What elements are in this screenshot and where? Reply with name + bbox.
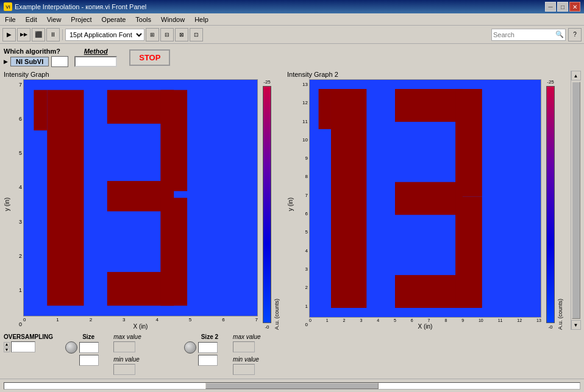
oversamp-up[interactable]: ▲ [4,342,10,347]
oversampling-group: OVERSAMPLING ▲ ▼ 2 [4,333,53,352]
svg-rect-12 [455,89,482,197]
size2-knob1[interactable] [184,341,196,354]
bottom-row: OVERSAMPLING ▲ ▼ 2 Size 7 7 max va [4,332,580,376]
svg-rect-5 [160,90,187,191]
ni-subvi-value[interactable]: 0 [51,56,68,67]
oversampling-value[interactable]: 2 [11,341,35,352]
graph2-title: Intensity Graph 2 [287,71,564,78]
graph1-plot [24,80,257,316]
graph2-xlabel: X (in) [309,323,541,330]
app-icon: VI [4,2,12,11]
scroll-thumb[interactable] [572,82,580,319]
graph2-colorbar: -25 -0 A.u. (counts) [543,79,564,330]
size-value2[interactable]: 7 [79,355,99,366]
max-value-label: max value [113,333,141,340]
reorder-button[interactable]: ⊡ [190,28,203,41]
size-knob1[interactable] [65,341,77,354]
which-algorithm-label: Which algorithm? [4,48,68,55]
menu-project[interactable]: Project [68,15,94,24]
graph1-xticks: 0 1 2 3 4 5 6 7 [23,316,258,323]
toolbar: ▶ ▶▶ ⬛ ⏸ 15pt Application Font ⊞ ⊟ ⊠ ⊡ 🔍… [0,26,584,44]
graph2-colorbar-min: -0 [548,324,552,330]
search-box: 🔍 [491,29,566,41]
graph1-yticks: 7 6 5 4 3 2 1 0 [12,79,23,330]
svg-rect-7 [331,89,366,308]
max2-value-label: max value [233,333,261,340]
graph2-colorbar-max: -25 [547,79,554,85]
svg-rect-8 [319,89,331,129]
max-value: 25 [113,341,135,352]
size2-value1[interactable]: 13 [198,342,218,353]
resize-button[interactable]: ⊠ [175,28,188,41]
menu-operate[interactable]: Operate [99,15,129,24]
graph1-ylabel: y (in) [4,198,10,211]
right-scrollbar[interactable]: ▲ ▼ [571,71,580,330]
align-button[interactable]: ⊞ [146,28,159,41]
ni-subvi-button[interactable]: NI SubVI [10,57,49,66]
graph2-container: Intensity Graph 2 y (in) 13 12 11 10 9 8 [287,71,564,330]
arrow-icon: ▶ [4,59,8,65]
graph1-container: Intensity Graph y (in) 7 6 5 4 3 2 [4,71,281,330]
size2-value2[interactable]: 13 [198,355,218,366]
run-button[interactable]: ▶ [2,28,16,41]
scroll-up-button[interactable]: ▲ [571,71,581,80]
pause-button[interactable]: ⏸ [46,28,60,41]
graph1-colorbar-max: -25 [263,79,271,85]
menu-window[interactable]: Window [158,15,187,24]
svg-rect-1 [34,90,47,130]
max2-value: 25 [233,341,255,352]
main-content: Which algorithm? ▶ NI SubVI 0 Method nea… [0,44,584,379]
horizontal-scrollbar[interactable] [4,382,580,390]
menu-bar: File Edit View Project Operate Tools Win… [0,13,584,26]
min-value: 0 [113,364,135,375]
menu-help[interactable]: Help [192,15,211,24]
window-title: Example Interpolation - копия.vi Front P… [15,3,146,10]
h-scroll-thumb[interactable] [205,383,378,389]
search-input[interactable] [493,31,554,38]
ni-subvi-row: ▶ NI SubVI 0 [4,56,68,67]
min-value-label: min value [113,356,141,363]
status-bar [0,379,584,392]
method-label: Method [84,48,108,55]
min2-value-label: min value [233,356,261,363]
close-button[interactable]: ✕ [569,2,580,12]
svg-rect-9 [395,89,463,122]
run-cont-button[interactable]: ▶▶ [17,28,30,41]
graph1-xlabel: X (in) [23,323,258,330]
graphs-row: Intensity Graph y (in) 7 6 5 4 3 2 [4,71,580,330]
maxmin-group2: max value 25 min value 0 [233,333,261,375]
stop-button[interactable]: STOP [129,49,170,66]
size-group: Size 7 7 [65,333,99,366]
graph1-title: Intensity Graph [4,71,281,78]
menu-view[interactable]: View [45,15,64,24]
maximize-button[interactable]: □ [557,2,568,12]
svg-rect-10 [395,182,463,215]
menu-file[interactable]: File [2,15,18,24]
help-button[interactable]: ? [568,28,582,41]
title-bar: VI Example Interpolation - копия.vi Fron… [0,0,584,13]
font-dropdown[interactable]: 15pt Application Font [65,29,144,41]
graph2-plot [310,80,541,317]
minimize-button[interactable]: ─ [545,2,556,12]
graph2-xticks: 0 1 2 3 4 5 6 7 8 9 10 11 12 [309,318,541,323]
graph1-colorbar: -25 -0 A.u. (counts) [259,79,281,330]
svg-rect-6 [160,198,187,306]
menu-edit[interactable]: Edit [23,15,40,24]
svg-rect-11 [395,275,463,308]
scroll-down-button[interactable]: ▼ [571,320,581,330]
size-value1[interactable]: 7 [79,342,99,353]
size2-label: Size 2 [184,333,218,340]
window-controls: ─ □ ✕ [545,2,580,12]
graph2-ylabel: y (in) [287,198,294,211]
svg-rect-13 [455,197,482,308]
svg-rect-0 [47,90,84,306]
method-group: Method nearest [74,48,117,67]
distribute-button[interactable]: ⊟ [160,28,174,41]
menu-tools[interactable]: Tools [133,15,154,24]
abort-button[interactable]: ⬛ [32,28,45,41]
search-icon[interactable]: 🔍 [555,30,564,38]
method-value[interactable]: nearest [74,56,117,67]
oversampling-label: OVERSAMPLING [4,333,53,340]
oversamp-down[interactable]: ▼ [4,347,10,352]
graph1-colorbar-unit: A.u. (counts) [274,299,280,330]
